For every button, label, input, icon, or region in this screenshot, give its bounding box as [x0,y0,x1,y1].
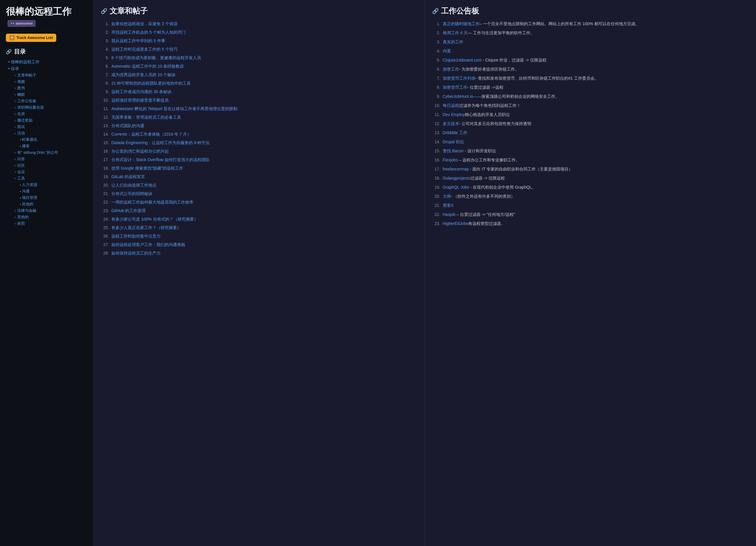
toc-sub-legal: 法律与金融 [14,208,88,213]
article-link[interactable]: 让人们自由选择工作地点 [111,182,156,188]
toc-link-newsletter[interactable]: 时事通讯 [22,137,37,142]
job-link[interactable]: 加密货币工作列表 [443,76,476,81]
job-link[interactable]: Golangprojects [443,176,470,181]
list-item: 每日远程过滤并为每个角色找到远程工作！ [432,103,749,109]
article-link[interactable]: 办公室的消亡和远程办公的兴起 [111,148,169,154]
job-link[interactable]: ClojureJobboard.com [443,58,482,62]
toc-link-hr[interactable]: 人力资源 [22,183,37,187]
list-item: Hasjob – 位置过滤器 -> "任何地方/远程" [432,212,749,218]
article-link[interactable]: 8 个技巧助你成为更积极、更健康的远程开发人员 [111,55,201,61]
list-item: 让人们自由选择工作地点 [101,182,418,188]
list-item: 如何远程处理客户工作：我们的沟通堆栈 [101,242,418,248]
job-link[interactable]: 每周工作 4 天 [443,30,468,35]
toc-link-interview[interactable]: 面试 [17,125,25,129]
toc-link-dna[interactable]: 有" stiftung DNA "的公司 [17,150,59,155]
track-awesome-list-button[interactable]: ✦ Track Awesome List [6,34,56,42]
toc-link-events[interactable]: 活动 [17,131,25,135]
job-link[interactable]: GraphQL Jobs [443,185,469,190]
toc-link-books[interactable]: 图书 [17,86,25,90]
toc-sub-tools: 工具 人力资源 沟通 项目管理 其他的 [14,176,88,207]
job-link[interactable]: Drupal 职位 [443,140,464,144]
toc-link-other[interactable]: 其他的 [17,215,29,219]
toc-link-other-tools[interactable]: 其他的 [22,202,33,206]
article-link[interactable]: Automattic 远程工作中的 10 条经验教训 [111,63,184,69]
job-link[interactable]: 加密工作 [443,67,459,72]
toc-link-relocation[interactable]: 搬迁奖励 [17,118,33,123]
toc-link-humor[interactable]: 幽默 [17,92,25,97]
job-link[interactable]: 多元技术 [443,121,459,126]
toc-link-pm[interactable]: 项目管理 [22,195,37,200]
job-link[interactable]: Hasjob [443,212,456,217]
toc-link-main[interactable]: 很棒的远程工作 [11,59,40,64]
article-link[interactable]: 无国界老板：管理远程员工的必备工具 [111,114,181,120]
job-link[interactable]: Dev Employ [443,112,465,117]
toc-link-podcast[interactable]: 播客 [22,144,30,148]
toc-link-housing[interactable]: 住房 [17,112,25,116]
job-link[interactable]: Flexjobs [443,158,458,162]
job-link[interactable]: 真实的工作 [443,40,463,44]
toc-link-comms[interactable]: 沟通 [22,189,30,193]
job-link[interactable]: 内置 [443,49,451,53]
toc-link-jobs[interactable]: 工作公告板 [17,99,36,103]
toc-link-conference[interactable]: 会议 [17,170,25,174]
article-link[interactable]: 远程工作时如何集中注意力 [111,233,161,239]
toc-sub-conference: 会议 [14,169,88,175]
job-link[interactable]: 真正的随时随地工作 [443,21,480,26]
job-link[interactable]: 每日远程 [443,103,459,108]
toc-link-tools[interactable]: 工具 [17,176,25,181]
article-link[interactable]: Currents：远程工作者体验（2019 年 7 月） [111,131,191,137]
article-link[interactable]: 成为优秀远程开发人员的 10 个秘诀 [111,72,176,78]
job-link[interactable]: 大师 [443,194,451,199]
toc-link-qa[interactable]: 问答 [17,157,25,161]
article-link[interactable]: 如果你想远程就业，应避免 3 个错误 [111,21,178,27]
article-link[interactable]: Andreessen 孵化的 Teleport 旨在让移动工作者不再受地理位置的… [111,106,237,112]
article-link[interactable]: 如何远程处理客户工作：我们的沟通堆栈 [111,242,185,248]
article-link[interactable]: 如何保持远程员工的生产力 [111,250,161,256]
toc-link-articles[interactable]: 文章和帖子 [17,73,36,77]
job-description: - 设计和开发职位 [464,149,496,153]
toc-link-community[interactable]: 社区 [17,163,25,168]
toc-sub-newsletter: 时事通讯 [20,137,88,142]
list-item: 加密货币工作列表- 查找和发布加密货币、比特币和区块链工作职位的#1 工作委员会… [432,75,749,81]
article-link[interactable]: GitLab 的远程宣言 [111,174,145,180]
article-link[interactable]: 21 种可帮助您的远程团队更好地协作的工具 [111,80,191,86]
job-description: - 位置过滤器 ->远程 [467,85,503,90]
article-link[interactable]: GitHub 的工作原理 [111,208,146,214]
article-link[interactable]: 远程工作者成功沟通的 30 条秘诀 [111,89,171,95]
list-item: 每周工作 4 天— 工作与生活更加平衡的软件工作。 [432,30,749,36]
toc-link-video[interactable]: 视频 [17,79,25,84]
toc-sub-articles: 文章和帖子 [14,72,88,78]
list-item: CyberJobHunt.io——探索顶级公司和初创企业的网络安全工作。 [432,93,749,100]
article-link[interactable]: 寻找远程工作机会的 5 个鲜为人知的窍门 [111,29,186,35]
job-link[interactable]: freelancermap [443,167,469,171]
toc-sub-relocation: 搬迁奖励 [14,118,88,123]
article-link[interactable]: 分布式公司的招聘秘诀 [111,191,152,197]
job-link[interactable]: CyberJobHunt.io—— [443,94,481,99]
article-link[interactable]: 分布式设计：Stack Overflow 如何打造强大的远程团队 [111,157,210,163]
job-link[interactable]: 黑客X [443,203,454,208]
list-item: 分布式设计：Stack Overflow 如何打造强大的远程团队 [101,157,418,163]
toc-link-license[interactable]: 执照 [17,221,25,226]
article-link[interactable]: 远程工作时完成更多工作的 5 个技巧 [111,46,178,52]
article-link[interactable]: 我从远程工作中学到的 5 件事 [111,38,165,44]
list-item: GitLab 的远程宣言 [101,174,418,180]
article-link[interactable]: 一周的远程工作如何极大地提高我的工作效率 [111,199,193,205]
article-link[interactable]: 分布式团队的沟通 [111,123,144,129]
job-link[interactable]: HigherEdJobs [443,221,469,226]
article-link[interactable]: 有多少人真正在家工作？（研究摘要） [111,225,181,231]
sidebar: 很棒的远程工作 awesome ✦ Track Awesome List 目录 … [0,0,94,546]
toc-heading-text: 目录 [14,48,26,56]
article-link[interactable]: 有多少家公司是 100% 分布式的？（研究摘要） [111,216,198,222]
toc-link-legal[interactable]: 法律与金融 [17,208,36,213]
job-link[interactable]: 查找 Bacon [443,149,464,153]
job-link[interactable]: Dribbble 工作 [443,130,467,135]
toc-link-toc[interactable]: 目录 [11,66,19,71]
article-link[interactable]: Datada Engineering：让远程工作为你服务的 9 种方法 [111,140,210,146]
articles-column: 文章和帖子 如果你想远程就业，应避免 3 个错误寻找远程工作机会的 5 个鲜为人… [94,0,425,546]
job-link[interactable]: 加密货币工作 [443,85,467,90]
article-link[interactable]: 使用 Google 搜索查找"隐藏"的远程工作 [111,165,183,171]
list-item: Dribbble 工作 [432,130,749,136]
article-link[interactable]: 远程项目管理的接受度不断提高 [111,97,169,103]
toc-sub-interview: 面试 [14,124,88,130]
toc-link-aggregators[interactable]: 求职网站聚合器 [17,105,44,110]
